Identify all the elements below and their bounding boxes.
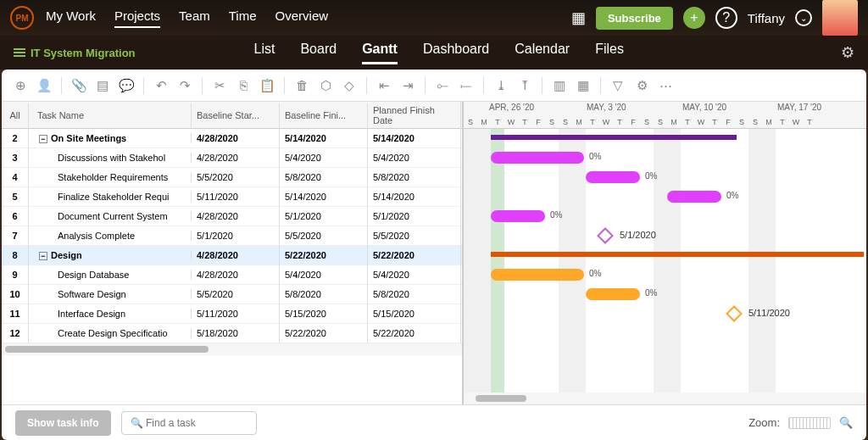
zoom-slider[interactable] [788,417,831,429]
grid-icon[interactable]: ▦ [573,75,593,96]
nav-overview[interactable]: Overview [275,8,329,28]
milestone-icon[interactable]: ◇ [339,75,359,96]
link-icon[interactable]: ⬡ [315,75,336,96]
zoom-in-icon[interactable]: 🔍 [839,416,853,429]
progress-label: 0% [645,171,657,181]
timeline-header: SMTWTFSSMTWTFSSMTWTFSSMTWT APR, 26 '20MA… [464,102,866,129]
view-list[interactable]: List [254,42,275,64]
progress-label: 0% [645,288,657,298]
zoom-label: Zoom: [748,416,780,429]
nav-projects[interactable]: Projects [114,8,160,28]
footer: Show task info Zoom: 🔍 [2,404,866,440]
progress-label: 0% [589,269,601,278]
show-task-info-button[interactable]: Show task info [15,410,111,436]
paste-icon[interactable]: 📋 [257,75,277,96]
task-grid: All Task Name Baseline Star... Baseline … [2,102,464,404]
task-bar[interactable] [586,288,640,300]
month-label: APR, 26 '20 [489,103,534,112]
note-icon[interactable]: ▤ [92,75,113,96]
indent-icon[interactable]: ⇥ [398,75,418,96]
copy-icon[interactable]: ⎘ [233,75,253,96]
task-bar[interactable] [667,191,721,203]
logo[interactable]: PM [10,6,34,30]
milestone-marker[interactable] [597,227,614,244]
grid-header: All Task Name Baseline Star... Baseline … [2,102,462,129]
unlink-icon[interactable]: ⟝ [456,75,476,96]
user-icon[interactable]: 👤 [34,75,54,96]
task-row[interactable]: 12 Create Design Specificatio 5/18/2020 … [2,324,462,343]
view-files[interactable]: Files [595,42,624,64]
help-button[interactable]: ? [715,7,737,29]
view-dashboard[interactable]: Dashboard [423,42,489,64]
progress-label: 0% [550,210,562,220]
presentation-icon[interactable]: ▦ [571,8,586,27]
summary-bar[interactable] [491,252,864,257]
collapse-icon[interactable]: − [39,252,47,260]
nav-links: My WorkProjectsTeamTimeOverview [46,8,328,28]
sub-nav: IT System Migration ListBoardGanttDashbo… [0,36,868,70]
task-bar[interactable] [491,210,545,222]
progress-label: 0% [726,191,738,200]
cut-icon[interactable]: ✂ [209,75,230,96]
export-icon[interactable]: ⤓ [491,75,511,96]
avatar[interactable] [822,0,858,36]
project-name[interactable]: IT System Migration [14,47,136,59]
gantt-body[interactable]: 0%0%0%0%5/1/20200%0%5/11/2020 [464,129,866,393]
collapse-icon[interactable]: − [39,135,47,143]
task-bar[interactable] [491,269,584,281]
find-task-input[interactable] [121,411,257,435]
nav-team[interactable]: Team [179,8,210,28]
filter-icon[interactable]: ▽ [608,75,628,96]
task-bar[interactable] [491,152,584,164]
month-label: MAY, 3 '20 [587,103,626,112]
summary-bar[interactable] [491,135,737,140]
gantt-chart: SMTWTFSSMTWTFSSMTWTFSSMTWT APR, 26 '20MA… [464,102,866,404]
attach-icon[interactable]: 📎 [69,75,89,96]
settings-icon[interactable]: ⚙ [632,75,652,96]
view-calendar[interactable]: Calendar [515,42,570,64]
gear-icon[interactable]: ⚙ [841,43,854,62]
comment-icon[interactable]: 💬 [116,75,136,96]
milestone-label: 5/1/2020 [620,230,656,240]
view-tabs: ListBoardGanttDashboardCalendarFiles [254,42,624,64]
toolbar: ⊕ 👤 📎 ▤ 💬 ↶ ↷ ✂ ⎘ 📋 🗑 ⬡ ◇ ⇤ ⇥ ⟜ ⟝ ⤓ ⤒ ▥ … [2,70,866,102]
col-all[interactable]: All [2,103,29,127]
dependency-icon[interactable]: ⟜ [432,75,453,96]
top-nav: PM My WorkProjectsTeamTimeOverview ▦ Sub… [0,0,868,36]
milestone-marker[interactable] [726,305,743,322]
grid-scrollbar[interactable] [2,343,462,355]
gantt-scrollbar[interactable] [464,393,866,404]
month-label: MAY, 17 '20 [777,103,821,112]
nav-time[interactable]: Time [229,8,257,28]
import-icon[interactable]: ⤒ [515,75,535,96]
add-task-icon[interactable]: ⊕ [10,75,31,96]
add-button[interactable]: + [683,7,705,29]
col-baseline-start[interactable]: Baseline Star... [192,103,280,127]
task-bar[interactable] [586,171,640,183]
chevron-down-icon[interactable]: ⌄ [795,9,812,26]
progress-label: 0% [589,152,601,161]
redo-icon[interactable]: ↷ [175,75,195,96]
outdent-icon[interactable]: ⇤ [374,75,394,96]
col-baseline-finish[interactable]: Baseline Fini... [280,103,368,127]
undo-icon[interactable]: ↶ [151,75,171,96]
milestone-label: 5/11/2020 [748,308,790,318]
main-panel: ⊕ 👤 📎 ▤ 💬 ↶ ↷ ✂ ⎘ 📋 🗑 ⬡ ◇ ⇤ ⇥ ⟜ ⟝ ⤓ ⤒ ▥ … [2,70,866,440]
columns-icon[interactable]: ▥ [549,75,570,96]
subscribe-button[interactable]: Subscribe [596,7,673,30]
more-icon[interactable]: ⋯ [655,75,676,96]
view-gantt[interactable]: Gantt [362,42,398,64]
delete-icon[interactable]: 🗑 [292,75,312,96]
month-label: MAY, 10 '20 [682,103,726,112]
nav-my-work[interactable]: My Work [46,8,96,28]
menu-icon [14,47,25,58]
view-board[interactable]: Board [300,42,337,64]
user-name[interactable]: Tiffany [748,11,785,25]
col-taskname[interactable]: Task Name [29,103,192,127]
